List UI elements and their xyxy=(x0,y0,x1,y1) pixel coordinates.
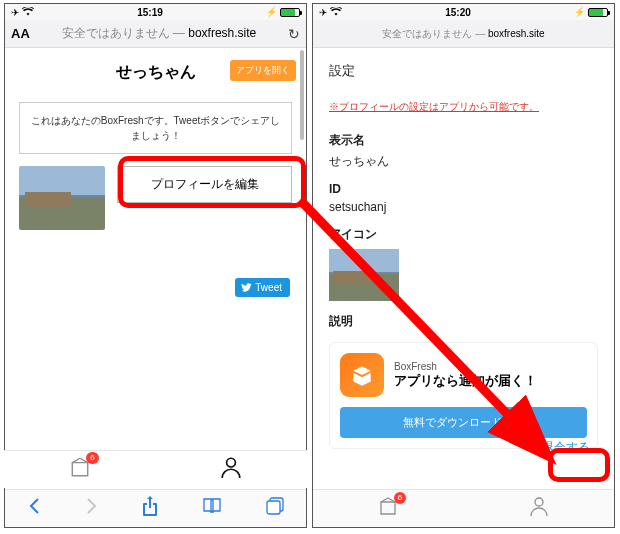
edit-profile-button[interactable]: プロフィールを編集 xyxy=(117,166,292,203)
tabs-icon[interactable] xyxy=(266,497,284,520)
app-tabbar: 6 xyxy=(313,489,614,527)
tweet-label: Tweet xyxy=(255,282,282,293)
profile-tab[interactable] xyxy=(529,496,549,521)
status-time: 15:20 xyxy=(445,7,471,18)
charging-icon: ⚡ xyxy=(266,7,277,17)
url-field[interactable]: 安全ではありません — boxfresh.site xyxy=(382,27,544,41)
site-domain: boxfresh.site xyxy=(488,28,545,39)
status-left: ✈ xyxy=(319,7,342,18)
status-left: ✈ xyxy=(11,7,34,18)
svg-point-2 xyxy=(535,498,543,506)
app-icon xyxy=(340,353,384,397)
reload-icon[interactable]: ↻ xyxy=(288,26,300,42)
icon-label: アイコン xyxy=(329,226,598,243)
airplane-icon: ✈ xyxy=(11,7,19,18)
wifi-icon xyxy=(22,7,34,18)
url-field[interactable]: 安全ではありません — boxfresh.site xyxy=(36,25,282,42)
profile-header: せっちゃん アプリを開く xyxy=(5,48,306,96)
not-secure-label: 安全ではありません xyxy=(62,26,170,40)
text-size-button[interactable]: AA xyxy=(11,26,30,41)
not-secure-label: 安全ではありません xyxy=(382,28,472,39)
airplane-icon: ✈ xyxy=(319,7,327,18)
charging-icon: ⚡ xyxy=(574,7,585,17)
profile-tab[interactable] xyxy=(220,456,242,483)
share-icon[interactable] xyxy=(142,496,158,521)
profile-app-notice[interactable]: ※プロフィールの設定はアプリから可能です。 xyxy=(329,100,598,114)
battery-icon xyxy=(588,8,608,17)
inbox-badge: 6 xyxy=(86,452,98,464)
address-bar[interactable]: AA 安全ではありません — boxfresh.site ↻ xyxy=(5,20,306,48)
id-label: ID xyxy=(329,182,598,196)
promo-app-name: BoxFresh xyxy=(394,361,537,372)
profile-row: プロフィールを編集 xyxy=(5,166,306,230)
username: せっちゃん xyxy=(116,62,196,83)
page-content-right: 設定 ※プロフィールの設定はアプリから可能です。 表示名 せっちゃん ID se… xyxy=(313,48,614,502)
wifi-icon xyxy=(330,7,342,18)
status-bar: ✈ 15:20 ⚡ xyxy=(313,4,614,20)
inbox-tab[interactable]: 6 xyxy=(69,456,91,483)
svg-rect-1 xyxy=(267,501,280,514)
forward-icon xyxy=(85,498,99,519)
battery-icon xyxy=(280,8,300,17)
inbox-badge: 6 xyxy=(394,492,406,504)
display-name-value: せっちゃん xyxy=(329,153,598,170)
profile-image[interactable] xyxy=(19,166,105,230)
page-content-left: せっちゃん アプリを開く これはあなたのBoxFreshです。Tweetボタンで… xyxy=(5,48,306,490)
status-bar: ✈ 15:19 ⚡ xyxy=(5,4,306,20)
site-domain: boxfresh.site xyxy=(188,26,256,40)
share-prompt: これはあなたのBoxFreshです。Tweetボタンでシェアしましょう！ xyxy=(19,102,292,154)
settings-section: 設定 ※プロフィールの設定はアプリから可能です。 表示名 せっちゃん ID se… xyxy=(313,48,614,330)
address-bar[interactable]: 安全ではありません — boxfresh.site xyxy=(313,20,614,48)
settings-title: 設定 xyxy=(329,62,598,80)
description-label: 説明 xyxy=(329,313,598,330)
svg-point-3 xyxy=(227,458,236,467)
inbox-tab[interactable]: 6 xyxy=(378,496,398,521)
bookmarks-icon[interactable] xyxy=(202,498,222,519)
tweet-button[interactable]: Tweet xyxy=(235,278,290,297)
promo-headline: アプリなら通知が届く！ xyxy=(394,372,537,390)
id-value: setsuchanj xyxy=(329,200,598,214)
back-icon[interactable] xyxy=(27,498,41,519)
status-right: ⚡ xyxy=(266,7,300,17)
phone-right: ✈ 15:20 ⚡ 安全ではありません — boxfresh.site 設定 ※… xyxy=(312,3,615,528)
safari-toolbar xyxy=(5,489,306,527)
profile-icon-image[interactable] xyxy=(329,249,399,301)
withdraw-link[interactable]: 退会する xyxy=(534,433,598,462)
app-tabbar-left: 6 xyxy=(4,450,307,488)
twitter-icon xyxy=(241,282,252,293)
open-app-button[interactable]: アプリを開く xyxy=(230,60,296,81)
status-time: 15:19 xyxy=(137,7,163,18)
display-name-label: 表示名 xyxy=(329,132,598,149)
status-right: ⚡ xyxy=(574,7,608,17)
